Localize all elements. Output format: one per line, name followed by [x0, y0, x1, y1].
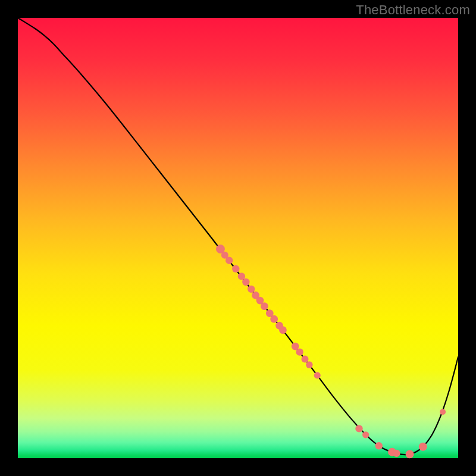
- data-point: [393, 450, 400, 457]
- data-point: [375, 442, 383, 449]
- data-point: [406, 450, 414, 458]
- bottleneck-curve-line: [18, 18, 458, 455]
- data-point: [232, 265, 239, 273]
- data-point: [314, 372, 321, 378]
- data-point: [419, 443, 427, 451]
- data-point: [248, 286, 255, 293]
- data-point: [355, 425, 362, 432]
- data-point: [270, 315, 278, 323]
- watermark-text: TheBottleneck.com: [356, 2, 470, 18]
- data-point: [226, 257, 233, 264]
- chart-plot-area: [18, 18, 458, 458]
- data-point: [279, 326, 287, 334]
- data-point: [440, 409, 446, 415]
- data-point: [242, 278, 249, 286]
- data-point: [301, 356, 308, 363]
- data-point: [261, 302, 268, 310]
- data-point: [306, 361, 313, 368]
- data-point: [362, 431, 369, 438]
- data-point: [296, 348, 303, 355]
- chart-svg: [18, 18, 458, 458]
- data-points-group: [216, 245, 446, 458]
